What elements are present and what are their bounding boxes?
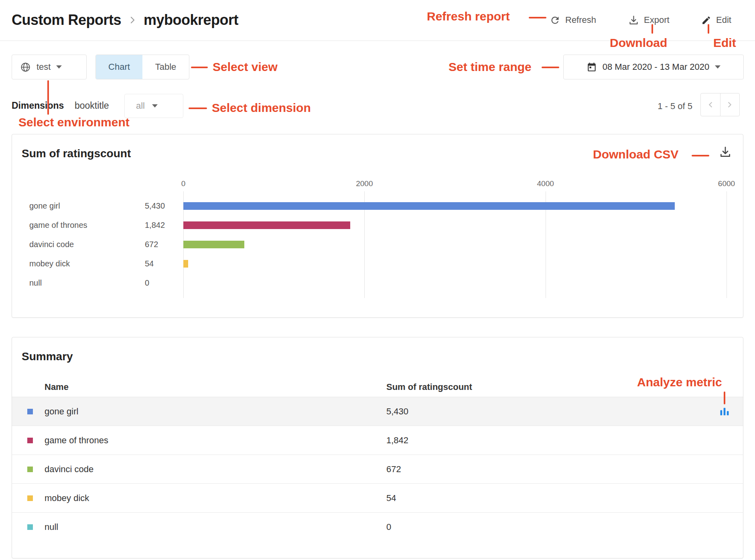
chart-row: davinci code672 <box>29 235 727 254</box>
annotation-line-refresh-report <box>529 17 546 18</box>
chart-row: null0 <box>29 273 727 292</box>
date-range-value: 08 Mar 2020 - 13 Mar 2020 <box>603 62 710 72</box>
export-label: Export <box>644 15 670 25</box>
table-cell-value: 672 <box>386 464 743 475</box>
annotation-edit: Edit <box>713 36 736 50</box>
chart-bar[interactable] <box>183 241 244 248</box>
annotation-line-select-dimension <box>189 108 207 109</box>
chart-bar-track <box>183 202 727 210</box>
annotation-line-set-time-range <box>542 67 559 68</box>
refresh-label: Refresh <box>565 15 596 25</box>
chart-tick-row: 0200040006000 <box>183 179 727 191</box>
table-cell-value: 1,842 <box>386 435 743 446</box>
tab-table[interactable]: Table <box>142 55 189 79</box>
chart-bar-track <box>183 241 727 248</box>
environment-selector[interactable]: test <box>12 55 87 79</box>
chevron-down-icon <box>56 65 62 69</box>
table-row[interactable]: davinci code672 <box>12 454 743 483</box>
annotation-download: Download <box>610 36 667 50</box>
table-row[interactable]: game of thrones1,842 <box>12 426 743 454</box>
globe-icon <box>20 62 31 73</box>
refresh-icon <box>550 15 560 26</box>
annotation-line-edit <box>708 24 709 34</box>
column-header-name: Name <box>12 382 386 392</box>
calendar-icon <box>587 62 597 72</box>
chart-rows: gone girl5,430game of thrones1,842davinc… <box>29 196 727 292</box>
pencil-icon <box>701 15 711 25</box>
chevron-down-icon <box>715 65 720 69</box>
summary-title: Summary <box>22 350 73 363</box>
table-cell-name: game of thrones <box>12 435 386 446</box>
annotation-line-analyze-metric <box>724 392 725 404</box>
chart-value-label: 0 <box>145 278 183 288</box>
summary-table-header: Name Sum of ratingscount <box>12 377 743 397</box>
dimensions-label: Dimensions <box>12 100 64 111</box>
chart-value-label: 54 <box>145 259 183 268</box>
chart-row: gone girl5,430 <box>29 196 727 215</box>
date-range-picker[interactable]: 08 Mar 2020 - 13 Mar 2020 <box>563 55 744 79</box>
series-color-swatch <box>27 524 33 530</box>
annotation-refresh-report: Refresh report <box>427 10 510 23</box>
tab-chart[interactable]: Chart <box>96 55 142 79</box>
header: Custom Reports mybookreport Refresh Expo… <box>0 0 755 41</box>
breadcrumb-report-name: mybookreport <box>144 12 238 28</box>
table-cell-value: 54 <box>386 493 743 503</box>
edit-button[interactable]: Edit <box>701 0 731 40</box>
previous-page-button[interactable] <box>701 93 720 116</box>
chevron-down-icon <box>152 104 158 108</box>
table-cell-name: mobey dick <box>12 493 386 503</box>
chart-category-label: game of thrones <box>29 221 145 230</box>
chart-category-label: null <box>29 278 145 288</box>
table-cell-value: 5,430 <box>386 406 719 417</box>
view-toggle: Chart Table <box>95 55 189 79</box>
download-csv-button[interactable] <box>719 146 732 158</box>
chart-title: Sum of ratingscount <box>22 147 131 160</box>
annotation-line-download <box>651 24 653 34</box>
annotation-set-time-range: Set time range <box>449 60 532 74</box>
table-row[interactable]: mobey dick54 <box>12 483 743 512</box>
annotation-analyze-metric: Analyze metric <box>637 375 722 389</box>
chevron-right-icon <box>128 15 137 25</box>
breadcrumb-custom-reports[interactable]: Custom Reports <box>12 12 121 28</box>
table-row[interactable]: null0 <box>12 512 743 541</box>
dimension-selected-value: all <box>136 101 145 111</box>
summary-table: Name Sum of ratingscount gone girl5,430g… <box>12 377 743 541</box>
series-color-swatch <box>27 467 33 472</box>
chart-card: Sum of ratingscount 0200040006000 gone g… <box>12 134 743 318</box>
chart-value-label: 5,430 <box>145 201 183 211</box>
annotation-select-dimension: Select dimension <box>212 101 311 115</box>
chart-row: game of thrones1,842 <box>29 215 727 235</box>
summary-rows: gone girl5,430game of thrones1,842davinc… <box>12 397 743 541</box>
chart-category-label: mobey dick <box>29 259 145 268</box>
table-cell-name: null <box>12 522 386 532</box>
gridline <box>727 191 727 298</box>
row-name: game of thrones <box>45 435 108 446</box>
annotation-select-environment: Select environment <box>18 116 130 129</box>
refresh-button[interactable]: Refresh <box>550 0 596 40</box>
bar-chart: 0200040006000 gone girl5,430game of thro… <box>29 179 727 298</box>
environment-label: test <box>37 62 51 72</box>
table-cell-name: davinci code <box>12 464 386 475</box>
table-row[interactable]: gone girl5,430 <box>12 397 743 426</box>
series-color-swatch <box>27 438 33 443</box>
summary-card: Summary Name Sum of ratingscount gone gi… <box>12 337 743 558</box>
table-cell-name: gone girl <box>12 406 386 417</box>
series-color-swatch <box>27 495 33 501</box>
dimension-value-select[interactable]: all <box>124 94 183 118</box>
annotation-download-csv: Download CSV <box>593 148 678 161</box>
chart-bar[interactable] <box>183 202 675 210</box>
next-page-button[interactable] <box>720 93 739 116</box>
export-button[interactable]: Export <box>628 0 670 40</box>
analyze-metric-button[interactable] <box>719 406 730 417</box>
series-color-swatch <box>27 409 33 414</box>
annotation-line-select-view <box>191 67 208 68</box>
row-name: gone girl <box>45 406 78 417</box>
chart-bar[interactable] <box>183 221 350 229</box>
breadcrumb: Custom Reports mybookreport <box>12 0 238 40</box>
axis-tick-label: 4000 <box>537 179 554 188</box>
chart-value-label: 1,842 <box>145 221 183 230</box>
chart-category-label: davinci code <box>29 240 145 249</box>
chart-bar[interactable] <box>183 260 188 268</box>
axis-tick-label: 6000 <box>718 179 735 188</box>
chart-plot-area: gone girl5,430game of thrones1,842davinc… <box>29 191 727 298</box>
